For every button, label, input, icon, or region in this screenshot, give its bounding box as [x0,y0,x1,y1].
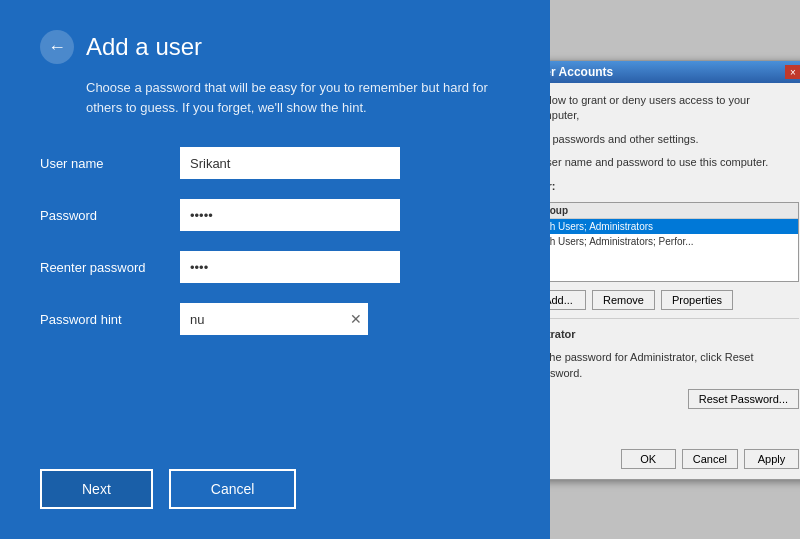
dialog-text1: t below to grant or deny users access to… [531,93,799,124]
reenter-label: Reenter password [40,260,180,275]
dialog-footer: OK Cancel Apply [621,449,799,469]
list-item[interactable]: Ssh Users; Administrators [532,219,798,234]
ok-button[interactable]: OK [621,449,676,469]
section-text: ge the password for Administrator, click… [531,350,799,381]
cancel-button[interactable]: Cancel [682,449,738,469]
password-input[interactable] [180,199,400,231]
reset-password-button[interactable]: Reset Password... [688,389,799,409]
cancel-button[interactable]: Cancel [169,469,297,509]
dialog-close-button[interactable]: × [785,65,800,79]
properties-button[interactable]: Properties [661,290,733,310]
win-user-accounts-dialog: User Accounts × t below to grant or deny… [520,60,800,480]
remove-button[interactable]: Remove [592,290,655,310]
password-row: Password [40,199,510,231]
username-label: User name [40,156,180,171]
password-label: Password [40,208,180,223]
dialog-text3: a user name and password to use this com… [531,155,799,170]
username-row: User name [40,147,510,179]
username-input[interactable] [180,147,400,179]
panel-subtitle: Choose a password that will be easy for … [40,78,510,117]
panel-header: ← Add a user [40,30,510,64]
hint-input[interactable] [180,303,368,335]
section-label: nistrator [531,327,799,342]
hint-label: Password hint [40,312,180,327]
list-item[interactable]: Ssh Users; Administrators; Perfor... [532,234,798,249]
add-user-panel: ← Add a user Choose a password that will… [0,0,550,539]
dialog-text2: nge passwords and other settings. [531,132,799,147]
apply-button[interactable]: Apply [744,449,799,469]
user-action-buttons: Add... Remove Properties [531,290,799,310]
reenter-input[interactable] [180,251,400,283]
clear-hint-button[interactable]: ✕ [350,312,362,326]
separator [531,318,799,319]
next-button[interactable]: Next [40,469,153,509]
reenter-row: Reenter password [40,251,510,283]
panel-title: Add a user [86,33,202,61]
action-buttons: Next Cancel [40,469,296,509]
dialog-text4: uter: [531,179,799,194]
dialog-body: t below to grant or deny users access to… [521,83,800,419]
listbox-header: Group [532,203,798,219]
back-button[interactable]: ← [40,30,74,64]
hint-input-wrap: ✕ [180,303,368,335]
hint-row: Password hint ✕ [40,303,510,335]
users-listbox[interactable]: Group Ssh Users; Administrators Ssh User… [531,202,799,282]
dialog-titlebar: User Accounts × [521,61,800,83]
